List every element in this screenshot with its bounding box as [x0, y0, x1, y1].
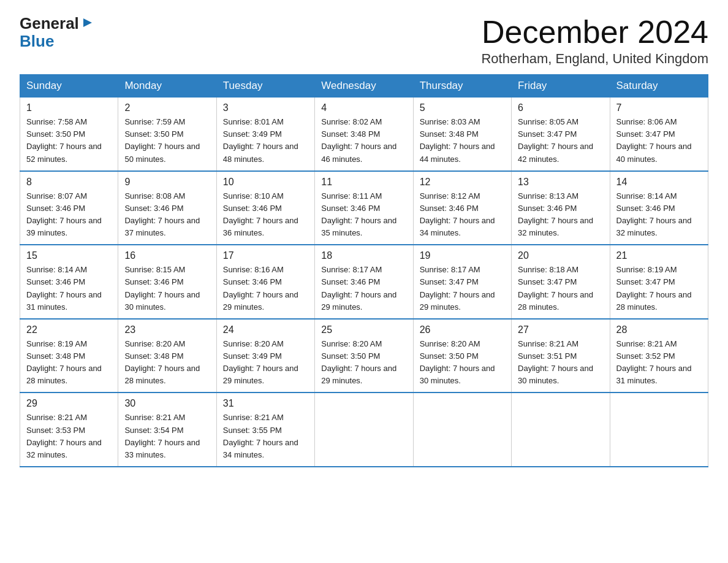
day-info: Sunrise: 8:15 AM Sunset: 3:46 PM Dayligh… [124, 264, 210, 313]
day-info: Sunrise: 8:12 AM Sunset: 3:46 PM Dayligh… [420, 190, 505, 240]
day-info: Sunrise: 8:20 AM Sunset: 3:49 PM Dayligh… [223, 338, 308, 388]
calendar-cell: 5 Sunrise: 8:03 AM Sunset: 3:48 PM Dayli… [413, 98, 511, 171]
calendar-cell: 25 Sunrise: 8:20 AM Sunset: 3:50 PM Dayl… [315, 319, 413, 393]
day-number: 18 [321, 250, 406, 261]
day-number: 14 [616, 177, 702, 188]
day-number: 6 [518, 102, 603, 113]
day-info: Sunrise: 7:59 AM Sunset: 3:50 PM Dayligh… [124, 116, 210, 166]
day-info: Sunrise: 8:08 AM Sunset: 3:46 PM Dayligh… [124, 190, 210, 240]
day-info: Sunrise: 8:18 AM Sunset: 3:47 PM Dayligh… [518, 264, 603, 313]
day-info: Sunrise: 8:21 AM Sunset: 3:51 PM Dayligh… [518, 338, 603, 388]
day-info: Sunrise: 8:21 AM Sunset: 3:54 PM Dayligh… [124, 412, 210, 461]
week-row-1: 1 Sunrise: 7:58 AM Sunset: 3:50 PM Dayli… [20, 98, 708, 171]
day-info: Sunrise: 8:19 AM Sunset: 3:47 PM Dayligh… [616, 264, 702, 313]
day-number: 3 [223, 102, 308, 113]
day-info: Sunrise: 8:06 AM Sunset: 3:47 PM Dayligh… [616, 116, 702, 166]
logo-arrow-icon [81, 16, 94, 29]
calendar-cell: 10 Sunrise: 8:10 AM Sunset: 3:46 PM Dayl… [216, 171, 314, 245]
logo: General Blue [20, 15, 94, 51]
weekday-header-monday: Monday [118, 75, 216, 98]
calendar-table: SundayMondayTuesdayWednesdayThursdayFrid… [20, 74, 708, 467]
calendar-cell: 31 Sunrise: 8:21 AM Sunset: 3:55 PM Dayl… [216, 393, 314, 467]
calendar-cell [512, 393, 610, 467]
day-number: 8 [26, 177, 112, 188]
day-info: Sunrise: 8:17 AM Sunset: 3:46 PM Dayligh… [321, 264, 406, 313]
day-number: 20 [518, 250, 603, 261]
calendar-cell: 19 Sunrise: 8:17 AM Sunset: 3:47 PM Dayl… [413, 245, 511, 319]
month-title: December 2024 [481, 15, 708, 50]
calendar-cell [413, 393, 511, 467]
day-info: Sunrise: 8:14 AM Sunset: 3:46 PM Dayligh… [616, 190, 702, 240]
day-number: 26 [420, 324, 505, 335]
day-info: Sunrise: 8:21 AM Sunset: 3:53 PM Dayligh… [26, 412, 112, 461]
day-number: 21 [616, 250, 702, 261]
day-info: Sunrise: 8:21 AM Sunset: 3:55 PM Dayligh… [223, 412, 308, 461]
day-number: 23 [124, 324, 210, 335]
day-number: 28 [616, 324, 702, 335]
day-number: 11 [321, 177, 406, 188]
calendar-cell: 13 Sunrise: 8:13 AM Sunset: 3:46 PM Dayl… [512, 171, 610, 245]
location-subtitle: Rotherham, England, United Kingdom [481, 51, 708, 67]
week-row-3: 15 Sunrise: 8:14 AM Sunset: 3:46 PM Dayl… [20, 245, 708, 319]
logo-blue-text: Blue [20, 32, 54, 50]
day-info: Sunrise: 8:07 AM Sunset: 3:46 PM Dayligh… [26, 190, 112, 240]
day-info: Sunrise: 8:17 AM Sunset: 3:47 PM Dayligh… [420, 264, 505, 313]
day-info: Sunrise: 8:16 AM Sunset: 3:46 PM Dayligh… [223, 264, 308, 313]
day-info: Sunrise: 8:20 AM Sunset: 3:50 PM Dayligh… [321, 338, 406, 388]
calendar-cell: 9 Sunrise: 8:08 AM Sunset: 3:46 PM Dayli… [118, 171, 216, 245]
svg-marker-0 [83, 18, 92, 27]
calendar-cell: 22 Sunrise: 8:19 AM Sunset: 3:48 PM Dayl… [20, 319, 118, 393]
day-info: Sunrise: 8:19 AM Sunset: 3:48 PM Dayligh… [26, 338, 112, 388]
weekday-header-tuesday: Tuesday [216, 75, 314, 98]
weekday-header-wednesday: Wednesday [315, 75, 413, 98]
day-info: Sunrise: 8:01 AM Sunset: 3:49 PM Dayligh… [223, 116, 308, 166]
day-number: 2 [124, 102, 210, 113]
weekday-header-saturday: Saturday [610, 75, 708, 98]
calendar-cell: 3 Sunrise: 8:01 AM Sunset: 3:49 PM Dayli… [216, 98, 314, 171]
calendar-cell: 29 Sunrise: 8:21 AM Sunset: 3:53 PM Dayl… [20, 393, 118, 467]
page-header: General Blue December 2024 Rotherham, En… [20, 15, 708, 67]
week-row-4: 22 Sunrise: 8:19 AM Sunset: 3:48 PM Dayl… [20, 319, 708, 393]
calendar-cell: 16 Sunrise: 8:15 AM Sunset: 3:46 PM Dayl… [118, 245, 216, 319]
calendar-cell: 20 Sunrise: 8:18 AM Sunset: 3:47 PM Dayl… [512, 245, 610, 319]
day-info: Sunrise: 8:20 AM Sunset: 3:48 PM Dayligh… [124, 338, 210, 388]
calendar-cell: 24 Sunrise: 8:20 AM Sunset: 3:49 PM Dayl… [216, 319, 314, 393]
day-number: 12 [420, 177, 505, 188]
calendar-cell: 30 Sunrise: 8:21 AM Sunset: 3:54 PM Dayl… [118, 393, 216, 467]
day-number: 16 [124, 250, 210, 261]
day-info: Sunrise: 8:03 AM Sunset: 3:48 PM Dayligh… [420, 116, 505, 166]
calendar-cell: 6 Sunrise: 8:05 AM Sunset: 3:47 PM Dayli… [512, 98, 610, 171]
day-info: Sunrise: 8:11 AM Sunset: 3:46 PM Dayligh… [321, 190, 406, 240]
weekday-header-sunday: Sunday [20, 75, 118, 98]
calendar-cell: 2 Sunrise: 7:59 AM Sunset: 3:50 PM Dayli… [118, 98, 216, 171]
day-info: Sunrise: 8:13 AM Sunset: 3:46 PM Dayligh… [518, 190, 603, 240]
calendar-cell [610, 393, 708, 467]
calendar-cell: 1 Sunrise: 7:58 AM Sunset: 3:50 PM Dayli… [20, 98, 118, 171]
day-number: 15 [26, 250, 112, 261]
weekday-header-row: SundayMondayTuesdayWednesdayThursdayFrid… [20, 75, 708, 98]
calendar-cell: 12 Sunrise: 8:12 AM Sunset: 3:46 PM Dayl… [413, 171, 511, 245]
weekday-header-friday: Friday [512, 75, 610, 98]
day-info: Sunrise: 8:21 AM Sunset: 3:52 PM Dayligh… [616, 338, 702, 388]
day-info: Sunrise: 7:58 AM Sunset: 3:50 PM Dayligh… [26, 116, 112, 166]
day-info: Sunrise: 8:10 AM Sunset: 3:46 PM Dayligh… [223, 190, 308, 240]
calendar-cell: 11 Sunrise: 8:11 AM Sunset: 3:46 PM Dayl… [315, 171, 413, 245]
title-area: December 2024 Rotherham, England, United… [481, 15, 708, 67]
day-number: 1 [26, 102, 112, 113]
calendar-cell: 8 Sunrise: 8:07 AM Sunset: 3:46 PM Dayli… [20, 171, 118, 245]
day-number: 19 [420, 250, 505, 261]
calendar-cell: 17 Sunrise: 8:16 AM Sunset: 3:46 PM Dayl… [216, 245, 314, 319]
calendar-cell: 4 Sunrise: 8:02 AM Sunset: 3:48 PM Dayli… [315, 98, 413, 171]
calendar-cell: 7 Sunrise: 8:06 AM Sunset: 3:47 PM Dayli… [610, 98, 708, 171]
calendar-cell: 28 Sunrise: 8:21 AM Sunset: 3:52 PM Dayl… [610, 319, 708, 393]
calendar-cell: 18 Sunrise: 8:17 AM Sunset: 3:46 PM Dayl… [315, 245, 413, 319]
calendar-cell: 14 Sunrise: 8:14 AM Sunset: 3:46 PM Dayl… [610, 171, 708, 245]
day-number: 17 [223, 250, 308, 261]
day-number: 4 [321, 102, 406, 113]
day-number: 13 [518, 177, 603, 188]
logo-general-text: General [20, 15, 79, 31]
week-row-2: 8 Sunrise: 8:07 AM Sunset: 3:46 PM Dayli… [20, 171, 708, 245]
calendar-cell: 15 Sunrise: 8:14 AM Sunset: 3:46 PM Dayl… [20, 245, 118, 319]
calendar-cell: 23 Sunrise: 8:20 AM Sunset: 3:48 PM Dayl… [118, 319, 216, 393]
day-number: 31 [223, 398, 308, 409]
